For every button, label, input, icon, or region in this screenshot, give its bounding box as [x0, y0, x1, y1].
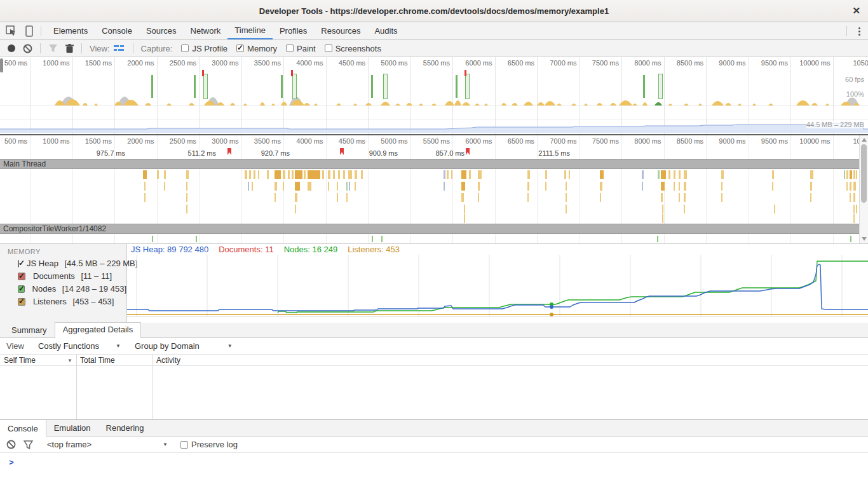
flame-event-bar[interactable] [527, 193, 529, 202]
documents-counter-checkbox[interactable] [18, 273, 25, 280]
flame-event-bar[interactable] [772, 170, 774, 179]
flame-event-bar[interactable] [566, 205, 567, 214]
flame-event-bar[interactable] [853, 182, 856, 191]
flame-event-bar[interactable] [186, 193, 187, 202]
flame-event-bar[interactable] [642, 182, 643, 191]
flame-event-bar[interactable] [275, 193, 276, 202]
scrollbar-thumb[interactable] [861, 144, 867, 203]
group-by-domain-select[interactable]: Group by Domain ▼ [135, 341, 233, 351]
worker-event-bar[interactable] [381, 236, 383, 242]
capture-screenshots[interactable]: Screenshots [325, 44, 381, 53]
flame-event-bar[interactable] [186, 170, 189, 179]
flame-event-bar[interactable] [464, 214, 465, 223]
js-heap-counter-checkbox[interactable] [18, 260, 19, 268]
console-filter-icon[interactable] [24, 440, 33, 449]
counter-js-heap[interactable]: JS Heap [44.5 MB – 229 MB] [14, 259, 126, 268]
flame-event-bar[interactable] [844, 170, 845, 179]
kebab-menu-icon[interactable] [858, 27, 860, 36]
flame-event-bar[interactable] [444, 182, 445, 191]
flame-event-bar[interactable] [846, 170, 848, 179]
flame-event-bar[interactable] [662, 205, 663, 214]
flame-event-bar[interactable] [566, 193, 567, 202]
counter-graph-canvas[interactable] [127, 255, 868, 320]
paint-checkbox[interactable] [286, 44, 294, 52]
drawer-tab-emulation[interactable]: Emulation [46, 420, 98, 436]
flame-event-bar[interactable] [853, 170, 855, 179]
tab-audits[interactable]: Audits [367, 22, 404, 39]
flame-event-bar[interactable] [679, 182, 680, 191]
flame-event-bar[interactable] [451, 170, 452, 179]
flame-event-bar[interactable] [684, 205, 685, 214]
flame-event-bar[interactable] [846, 182, 848, 191]
counter-documents[interactable]: Documents [11 – 11] [14, 271, 126, 281]
flame-event-bar[interactable] [810, 170, 813, 179]
flame-event-bar[interactable] [478, 182, 480, 191]
flame-event-bar[interactable] [254, 170, 255, 179]
column-total-time[interactable]: Total Time [80, 356, 115, 365]
flame-event-bar[interactable] [684, 193, 686, 202]
flame-event-bar[interactable] [856, 170, 857, 179]
timeline-overview[interactable]: 500 ms1000 ms1500 ms2000 ms2500 ms3000 m… [0, 57, 868, 134]
flame-event-bar[interactable] [658, 170, 660, 179]
flame-event-bar[interactable] [527, 182, 529, 191]
flame-event-bar[interactable] [810, 193, 811, 202]
flame-event-bar[interactable] [186, 182, 187, 191]
flame-event-bar[interactable] [600, 193, 601, 202]
device-toolbar-icon[interactable] [23, 25, 36, 37]
worker-event-bar[interactable] [372, 236, 373, 242]
filter-icon[interactable] [48, 44, 58, 53]
flame-event-bar[interactable] [295, 182, 300, 191]
console-prompt[interactable]: > [9, 458, 14, 468]
flame-event-bar[interactable] [288, 170, 290, 179]
flame-event-bar[interactable] [810, 182, 812, 191]
flame-event-bar[interactable] [684, 182, 686, 191]
flame-event-bar[interactable] [600, 182, 602, 191]
tab-sources[interactable]: Sources [139, 22, 184, 39]
execution-context-select[interactable]: <top frame> ▼ [47, 440, 168, 449]
flame-event-bar[interactable] [478, 193, 479, 202]
tab-console[interactable]: Console [95, 22, 139, 39]
clear-console-icon[interactable] [6, 440, 16, 449]
preserve-log-option[interactable]: Preserve log [180, 440, 238, 449]
flame-event-bar[interactable] [295, 170, 302, 179]
clear-icon[interactable] [23, 44, 32, 53]
inspect-element-icon[interactable] [5, 25, 18, 37]
flame-event-bar[interactable] [308, 182, 311, 191]
memory-checkbox[interactable] [236, 44, 244, 52]
flame-event-bar[interactable] [328, 182, 329, 191]
tab-profiles[interactable]: Profiles [273, 22, 314, 39]
flame-event-bar[interactable] [850, 182, 851, 191]
flame-event-bar[interactable] [853, 193, 855, 202]
flame-event-bar[interactable] [545, 170, 547, 179]
flame-event-bar[interactable] [566, 182, 567, 191]
tab-network[interactable]: Network [184, 22, 228, 39]
flame-event-bar[interactable] [661, 193, 663, 202]
flame-event-bar[interactable] [850, 170, 852, 179]
overview-grip[interactable] [0, 58, 3, 72]
tab-resources[interactable]: Resources [314, 22, 367, 39]
column-self-time[interactable]: Self Time [4, 356, 36, 365]
tab-elements[interactable]: Elements [46, 22, 95, 39]
trash-icon[interactable] [65, 44, 74, 53]
flame-event-bar[interactable] [444, 170, 445, 179]
column-divider[interactable] [76, 355, 77, 419]
flame-event-bar[interactable] [853, 214, 855, 223]
nodes-counter-checkbox[interactable] [18, 285, 25, 293]
tab-summary[interactable]: Summary [4, 323, 55, 337]
flame-event-bar[interactable] [164, 182, 165, 191]
worker-event-bar[interactable] [196, 236, 197, 242]
flame-event-bar[interactable] [338, 170, 340, 179]
tab-aggregated-details[interactable]: Aggregated Details [55, 322, 142, 338]
flame-event-bar[interactable] [283, 182, 284, 191]
record-button[interactable] [8, 44, 15, 52]
flame-event-bar[interactable] [464, 205, 465, 214]
flame-event-bar[interactable] [721, 170, 724, 179]
flame-event-bar[interactable] [361, 170, 363, 179]
flame-event-bar[interactable] [679, 170, 681, 179]
flame-event-bar[interactable] [772, 182, 773, 191]
column-divider[interactable] [153, 355, 153, 419]
main-thread-header[interactable]: Main Thread [0, 159, 859, 169]
drawer-tab-rendering[interactable]: Rendering [98, 420, 152, 436]
flame-event-bar[interactable] [248, 182, 249, 191]
flame-event-bar[interactable] [679, 193, 680, 202]
